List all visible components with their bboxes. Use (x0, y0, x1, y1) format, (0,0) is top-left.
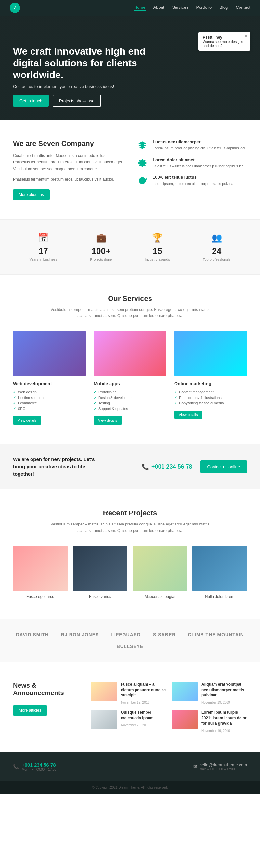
navbar: 7 Home About Services Portfolio Blog Con… (0, 0, 260, 16)
service-mobile-title: Mobile apps (94, 381, 166, 386)
projects-heading: Recent Projects (13, 509, 247, 517)
stat-label-projects: Projects done (90, 257, 112, 261)
more-about-button[interactable]: More about us (13, 189, 50, 200)
brand-saber: S Saber (153, 632, 176, 637)
popup-body: Wanna see more designs and demos? (203, 40, 243, 48)
logo-icon: 7 (10, 3, 20, 13)
award-icon: 🏆 (145, 233, 170, 243)
footer-phone-info: +001 234 56 78 Mon – Fri 09:00 – 17:00 (22, 762, 56, 771)
hero-section: ✕ Psstt.. hey! Wanna see more designs an… (0, 16, 260, 120)
feature-desc-3: lpsum ipsum, luctus nec ullamcorper matt… (153, 181, 235, 187)
project-image-3 (133, 546, 187, 591)
news-item-3: Quisque semper malesuada ipsum November … (91, 710, 166, 733)
project-image-4 (192, 546, 247, 591)
service-web-list: Web design Hosting solutions Ecommerce S… (13, 390, 86, 411)
list-item: Testing (94, 400, 166, 406)
feature-text-3: 100% elit tellus luctus lpsum ipsum, luc… (153, 175, 235, 187)
service-web-btn[interactable]: View details (13, 416, 41, 425)
service-web: Web development Web design Hosting solut… (13, 331, 86, 425)
feature-title-2: Lorem dolor sit amet (153, 157, 245, 162)
news-title-3: Quisque semper malesuada ipsum (121, 710, 166, 721)
feature-title-1: Luctus nec ullamcorper (153, 140, 246, 144)
news-title-4: Lorem ipsum turpis 2021: lorem ipsum dol… (201, 710, 247, 726)
service-marketing-image (174, 331, 247, 376)
stat-num-business: 17 (29, 246, 57, 256)
hero-heading: We craft innovative high end digital sol… (13, 45, 176, 81)
news-content-4: Lorem ipsum turpis 2021: lorem ipsum dol… (201, 710, 247, 733)
nav-contact[interactable]: Contact (236, 5, 250, 11)
service-web-image (13, 331, 86, 376)
news-content-2: Aliquam erat volutpat nec ullamcorper ma… (201, 682, 247, 705)
phone-icon: 📞 (142, 463, 149, 470)
feature-item-3: 100% elit tellus luctus lpsum ipsum, luc… (137, 175, 247, 187)
list-item: Copywriting for social media (174, 400, 247, 406)
news-left: News & Announcements More articles (13, 682, 78, 733)
service-mobile-list: Prototyping Design & development Testing… (94, 390, 166, 411)
cta-phone: 📞 +001 234 56 78 (142, 463, 192, 470)
feature-text-1: Luctus nec ullamcorper Lorem ipsum dolor… (153, 140, 246, 151)
cta-banner: We are open for new projects. Let's brin… (0, 444, 260, 490)
news-date-2: November 19, 2019 (201, 701, 230, 704)
nav-blog[interactable]: Blog (219, 5, 228, 11)
project-card-1: Fusce eget arcu (13, 546, 68, 599)
hero-popup: ✕ Psstt.. hey! Wanna see more designs an… (198, 32, 250, 51)
more-articles-button[interactable]: More articles (13, 705, 47, 716)
briefcase-icon: 💼 (90, 233, 112, 243)
news-thumb-1 (91, 682, 117, 701)
nav-portfolio[interactable]: Portfolio (196, 5, 212, 11)
news-date-3: November 25, 2016 (121, 723, 149, 727)
news-section: News & Announcements More articles Fusce… (0, 662, 260, 752)
news-item-1: Fusce aliquam – a dictum posuere nunc ac… (91, 682, 166, 705)
stat-label-professionals: Top professionals (203, 257, 231, 261)
hero-buttons: Get in touch Projects showcase (13, 95, 247, 107)
brands-section: David Smith RJ Ron Jones Lifeguard S Sab… (0, 619, 260, 662)
services-desc: Vestibulum semper – mattis lacinia sit s… (49, 307, 211, 319)
cta-right: 📞 +001 234 56 78 Contact us online (142, 460, 247, 473)
service-marketing-btn[interactable]: View details (174, 410, 202, 419)
service-mobile-btn[interactable]: View details (94, 416, 122, 425)
contact-online-button[interactable]: Contact us online (200, 460, 247, 473)
list-item: Content management (174, 390, 247, 395)
service-mobile: Mobile apps Prototyping Design & develop… (94, 331, 166, 425)
services-grid: Web development Web design Hosting solut… (13, 331, 247, 425)
footer-phone-hours: Mon – Fri 09:00 – 17:00 (22, 768, 56, 771)
nav-services[interactable]: Services (172, 5, 188, 11)
project-image-1 (13, 546, 68, 591)
list-item: Hosting solutions (13, 395, 86, 400)
footer-phone: 📞 +001 234 56 78 Mon – Fri 09:00 – 17:00 (13, 762, 56, 771)
news-item-2: Aliquam erat volutpat nec ullamcorper ma… (172, 682, 247, 705)
list-item: Prototyping (94, 390, 166, 395)
nav-about[interactable]: About (153, 5, 164, 11)
news-date-1: November 19, 2016 (121, 701, 149, 704)
feature-title-3: 100% elit tellus luctus (153, 175, 235, 180)
stat-business: 📅 17 Years in business (29, 233, 57, 261)
project-card-4: Nulla dolor lorem (192, 546, 247, 599)
news-thumb-4 (172, 710, 197, 729)
news-title-2: Aliquam erat volutpat nec ullamcorper ma… (201, 682, 247, 698)
nav-logo[interactable]: 7 (10, 3, 20, 13)
service-marketing-title: Online marketing (174, 381, 247, 386)
about-heading: We are Seven Company (13, 140, 123, 148)
hero-content: We craft innovative high end digital sol… (13, 45, 247, 107)
projects-showcase-button[interactable]: Projects showcase (53, 95, 101, 107)
projects-grid: Fusce eget arcu Fusce varius Maecenas fe… (13, 546, 247, 599)
brands-list: David Smith RJ Ron Jones Lifeguard S Sab… (13, 632, 247, 649)
footer-email-info: hello@dream-theme.com Main – Fri 09:00 –… (199, 763, 247, 771)
list-item: Ecommerce (13, 400, 86, 406)
users-icon: 👥 (203, 233, 231, 243)
nav-home[interactable]: Home (134, 5, 146, 11)
brand-lifeguard: Lifeguard (111, 632, 141, 637)
get-in-touch-button[interactable]: Get in touch (13, 95, 49, 107)
email-icon-footer: ✉ (193, 764, 197, 769)
project-card-2: Fusce varius (73, 546, 127, 599)
brand-bullseye: Bullseye (117, 644, 144, 649)
calendar-icon: 📅 (29, 233, 57, 243)
stat-label-business: Years in business (29, 257, 57, 261)
copyright-text: © Copyright 2021 Dream-Theme. All rights… (92, 786, 168, 789)
service-web-title: Web development (13, 381, 86, 386)
footer-email-sub: Main – Fri 09:00 – 17:00 (199, 767, 247, 771)
about-section: We are Seven Company Curabitur et mattis… (0, 120, 260, 219)
project-card-3: Maecenas feugiat (133, 546, 187, 599)
close-icon[interactable]: ✕ (245, 34, 248, 38)
brand-ron-jones: RJ Ron Jones (61, 632, 99, 637)
